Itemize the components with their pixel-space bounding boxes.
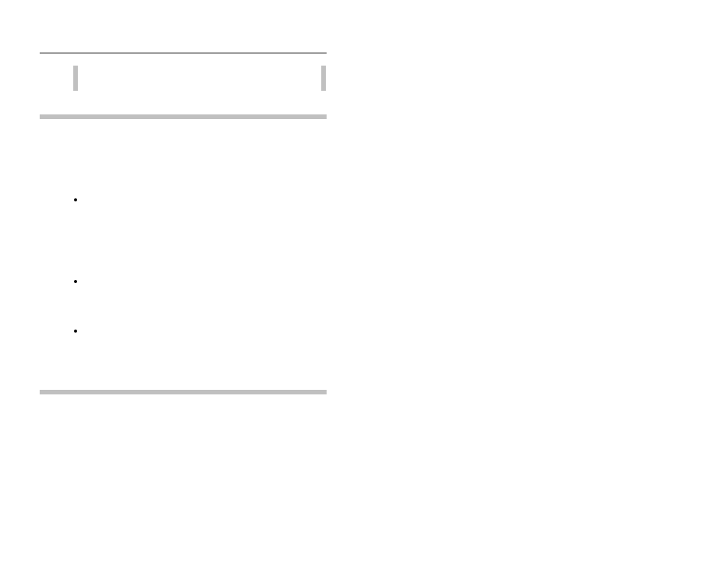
- page: [0, 0, 728, 563]
- bottom-rule: [40, 390, 327, 394]
- bullet-dot: [74, 330, 77, 333]
- right-vertical-bar: [321, 66, 326, 91]
- middle-rule: [40, 114, 327, 119]
- bullet-dot: [74, 280, 77, 283]
- top-rule: [40, 53, 327, 53]
- left-vertical-bar: [73, 66, 78, 91]
- bullet-dot: [74, 198, 77, 201]
